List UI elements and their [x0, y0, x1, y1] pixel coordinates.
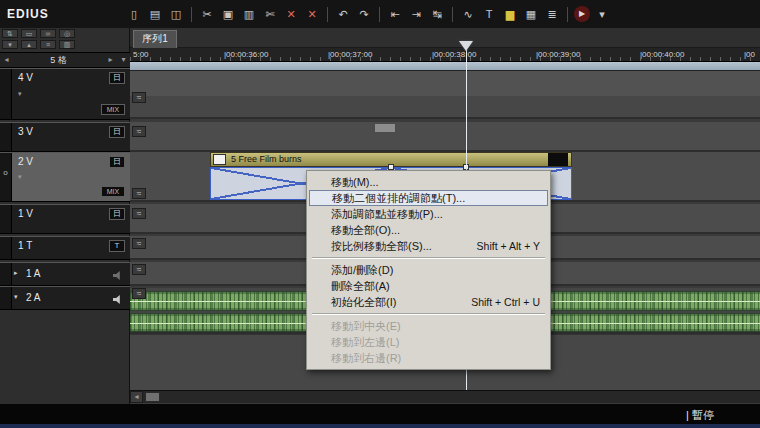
ripple-delete-icon[interactable]: ✕ [303, 5, 321, 23]
speaker-icon[interactable] [113, 295, 123, 304]
open-project-icon[interactable]: ▤ [146, 5, 164, 23]
grow-track-icon[interactable]: ▸ [104, 53, 117, 67]
ruler-tick: |00:00:39:00 [536, 50, 580, 59]
expand-icon[interactable]: ▾ [18, 173, 22, 181]
wave-icon: ≈ [137, 93, 141, 102]
mixer-badge[interactable]: MIX [101, 186, 125, 197]
menu-item-label: 初始化全部(I) [331, 295, 396, 310]
tab-sequence-1[interactable]: 序列1 [133, 30, 177, 48]
menu-item-label: 移動二個並排的調節點(T)... [332, 191, 465, 206]
sequence-tab-bar: 序列1 [130, 28, 760, 48]
menu-item-label: 移動(M)... [331, 175, 379, 190]
title-channel-badge[interactable]: T [109, 240, 125, 252]
track-fx-icon[interactable]: ≈ [132, 126, 146, 137]
speaker-muted-icon[interactable] [113, 271, 123, 280]
track-options-icon[interactable]: ▥ [59, 40, 75, 49]
track-sync-strip[interactable] [0, 205, 12, 233]
track-link-icon[interactable]: ◎ [59, 29, 75, 38]
expand-audio-icon[interactable]: ▴ [21, 40, 37, 49]
track-label: 4 V [18, 72, 33, 83]
set-in-point-icon[interactable]: ⇤ [386, 5, 404, 23]
menu-item-label: 添加/刪除(D) [331, 263, 393, 278]
title-tool-icon[interactable]: T [480, 5, 498, 23]
audio-mixer-icon[interactable]: ≣ [543, 5, 561, 23]
track-sync-strip[interactable]: o [0, 153, 12, 201]
track-sync-strip[interactable] [0, 69, 12, 119]
timeline-ruler[interactable]: 5:00|00:00:36:00|00:00:37:00|00:00:38:00… [130, 48, 760, 62]
horizontal-scrollbar[interactable]: ◂ [130, 390, 760, 403]
track-fx-icon[interactable]: ≈ [132, 92, 146, 103]
track-row-1a[interactable]: ▸ 1 A [0, 262, 130, 286]
track-sync-strip[interactable] [0, 287, 12, 309]
save-project-icon[interactable]: ◫ [167, 5, 185, 23]
menu-item[interactable]: 刪除全部(A) [309, 278, 548, 294]
color-bar-icon[interactable]: ▆ [501, 5, 519, 23]
mixer-badge[interactable]: MIX [101, 104, 125, 115]
ripple-mode-icon[interactable]: ▭ [21, 29, 37, 38]
expand-icon[interactable]: ▾ [18, 90, 22, 98]
track-fx-icon[interactable]: ≈ [132, 264, 146, 275]
status-divider: | [686, 409, 689, 421]
scroll-left-icon[interactable]: ◂ [130, 391, 143, 403]
menu-item[interactable]: 按比例移動全部(S)...Shift + Alt + Y [309, 238, 548, 254]
track-row-2v[interactable]: o 2 V 日 ▾ MIX [0, 152, 130, 202]
video-channel-badge[interactable]: 日 [109, 72, 125, 84]
track-sync-strip[interactable] [0, 263, 12, 285]
track-sync-strip[interactable] [0, 123, 12, 151]
cut-icon[interactable]: ✂ [198, 5, 216, 23]
ruler-tick: |00:00:36:00 [224, 50, 268, 59]
track-row-4v[interactable]: 4 V 日 ▾ MIX [0, 68, 130, 120]
sync-lock-icon[interactable]: ∞ [40, 29, 56, 38]
track-fx-icon[interactable]: ≈ [132, 188, 146, 199]
in-out-bar[interactable] [130, 62, 760, 71]
track-label: 1 T [18, 240, 32, 251]
track-height-icon[interactable]: ≡ [40, 40, 56, 49]
paste-icon[interactable]: ▥ [240, 5, 258, 23]
menu-item[interactable]: 移動(M)... [309, 174, 548, 190]
set-out-point-icon[interactable]: ⇥ [407, 5, 425, 23]
track-fx-icon[interactable]: ≈ [132, 238, 146, 249]
shrink-track-icon[interactable]: ◂ [0, 53, 13, 67]
menu-item[interactable]: 移動全部(O)... [309, 222, 548, 238]
redo-icon[interactable]: ↷ [355, 5, 373, 23]
grid-view-icon[interactable]: ▦ [522, 5, 540, 23]
video-channel-badge[interactable]: 日 [109, 208, 125, 220]
menu-item-label: 添加調節點並移動(P)... [331, 207, 443, 222]
track-height-dropdown-icon[interactable]: ▾ [117, 53, 130, 67]
menu-item[interactable]: 初始化全部(I)Shift + Ctrl + U [309, 294, 548, 310]
track-panel: ⇅▭∞◎ ▾▴≡▥ ◂ 5 格 ▸ ▾ 4 V 日 ▾ MIX 3 V 日 o … [0, 28, 130, 404]
track-row-1v[interactable]: 1 V 日 [0, 204, 130, 234]
track-fx-icon[interactable]: ≈ [132, 208, 146, 219]
track-row-2a[interactable]: ▾ 2 A [0, 286, 130, 310]
track-height-control[interactable]: ◂ 5 格 ▸ ▾ [0, 52, 130, 68]
menu-item[interactable]: 添加/刪除(D) [309, 262, 548, 278]
track-sync-strip[interactable] [0, 237, 12, 259]
trim-mode-icon[interactable]: ↹ [428, 5, 446, 23]
video-channel-badge[interactable]: 日 [109, 126, 125, 138]
track-fx-icon[interactable]: ≈ [132, 288, 146, 299]
new-sequence-icon[interactable]: ▯ [125, 5, 143, 23]
ripple-cut-icon[interactable]: ✄ [261, 5, 279, 23]
waveform-icon[interactable]: ∿ [459, 5, 477, 23]
delete-icon[interactable]: ✕ [282, 5, 300, 23]
collapse-icon[interactable]: ▸ [14, 269, 18, 277]
wave-icon: ≈ [137, 289, 141, 298]
menu-item[interactable]: 添加調節點並移動(P)... [309, 206, 548, 222]
video-channel-badge[interactable]: 日 [109, 156, 125, 168]
copy-icon[interactable]: ▣ [219, 5, 237, 23]
menu-item-shortcut: Shift + Ctrl + U [453, 296, 540, 308]
undo-icon[interactable]: ↶ [334, 5, 352, 23]
scrollbar-thumb[interactable] [145, 392, 160, 402]
expand-video-icon[interactable]: ▾ [2, 40, 18, 49]
menu-item[interactable]: 移動二個並排的調節點(T)... [309, 190, 548, 206]
play-button-icon[interactable]: ▶ [574, 6, 590, 22]
track-row-3v[interactable]: 3 V 日 [0, 122, 130, 152]
collapse-icon[interactable]: ▾ [14, 293, 18, 301]
menu-separator [312, 313, 545, 315]
track-lock-icon[interactable]: ⇅ [2, 29, 18, 38]
edius-app: EDIUS ▯▤◫✂▣▥✄✕✕↶↷⇤⇥↹∿T▆▦≣▶▾ ⇅▭∞◎ ▾▴≡▥ ◂ … [0, 0, 760, 428]
toolbar-more-icon[interactable]: ▾ [593, 5, 611, 23]
playhead-marker-icon[interactable] [459, 41, 473, 51]
track-row-1t[interactable]: 1 T T [0, 236, 130, 260]
clip-fragment[interactable] [374, 123, 396, 133]
